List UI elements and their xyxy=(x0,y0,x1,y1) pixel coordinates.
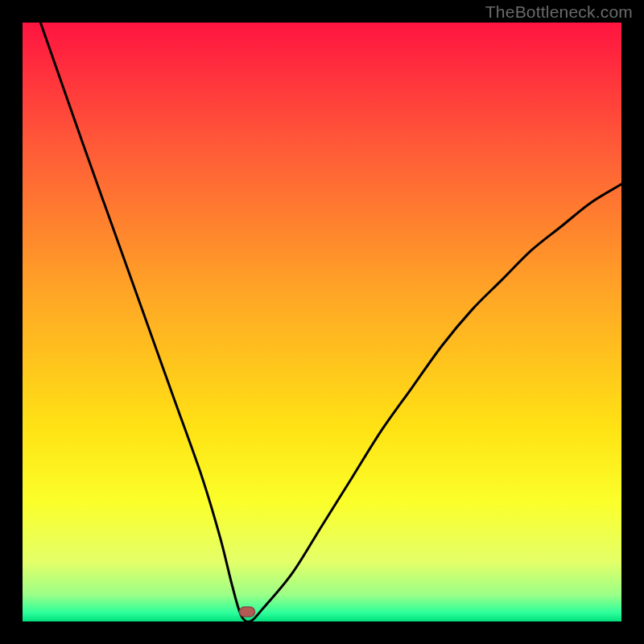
optimal-marker xyxy=(240,607,255,617)
watermark-label: TheBottleneck.com xyxy=(485,2,633,22)
gradient-background xyxy=(23,23,621,621)
chart-svg xyxy=(23,23,621,621)
chart-frame: TheBottleneck.com xyxy=(0,0,644,644)
plot-area xyxy=(23,23,621,621)
